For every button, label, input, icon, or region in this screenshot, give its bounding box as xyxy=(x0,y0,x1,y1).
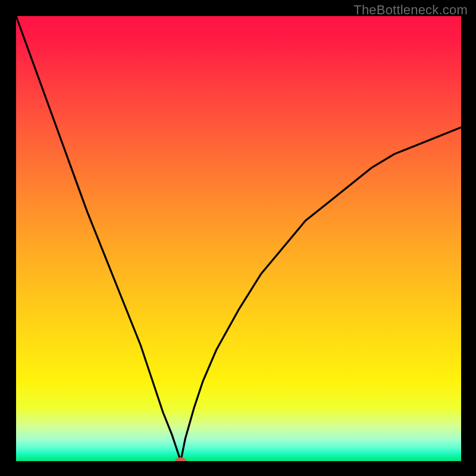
bottleneck-curve xyxy=(16,16,461,461)
watermark-text: TheBottleneck.com xyxy=(353,2,468,18)
curve-svg xyxy=(16,16,461,461)
chart-frame: TheBottleneck.com xyxy=(0,0,476,476)
plot-area xyxy=(16,16,461,461)
cusp-marker xyxy=(176,458,186,461)
